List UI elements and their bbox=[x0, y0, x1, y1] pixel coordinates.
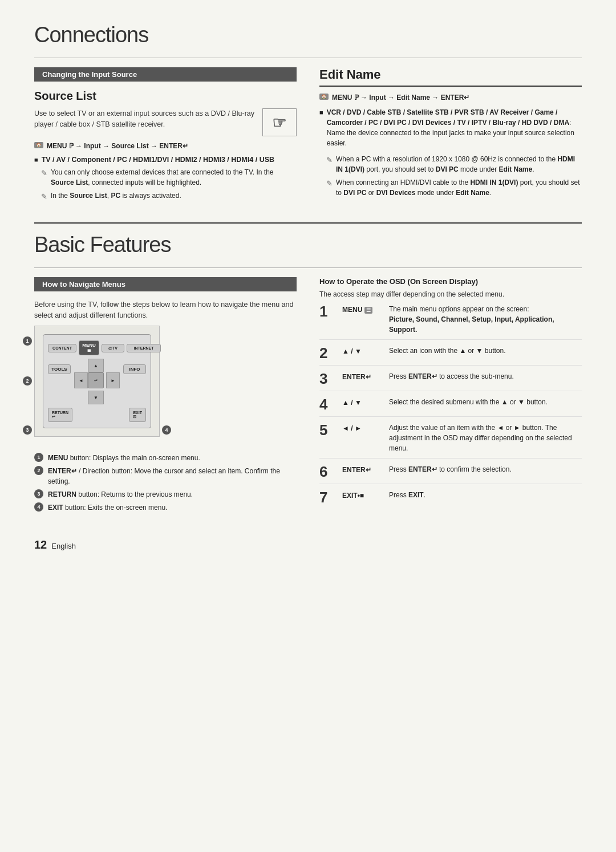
marker-num-2: 2 bbox=[34, 466, 43, 475]
osd-step-5: 5 ◄ / ► Adjust the value of an item with… bbox=[319, 423, 582, 459]
osd-desc-2: Select an icon with the ▲ or ▼ button. bbox=[389, 346, 582, 356]
nav-diagram-area: 1 2 3 4 bbox=[34, 326, 297, 445]
edit-name-menu-path: 🏠 MENU ℙ → Input → Edit Name → ENTER↵ bbox=[319, 94, 582, 102]
source-list-desc: Use to select TV or an external input so… bbox=[34, 108, 257, 131]
marker-4-pos: 4 bbox=[162, 425, 171, 435]
tv-btn: @TV bbox=[102, 344, 124, 352]
osd-num-3: 3 bbox=[319, 371, 335, 386]
marker-item-1: 1 MENU button: Displays the main on-scre… bbox=[34, 453, 297, 463]
marker-1-pos: 1 bbox=[23, 336, 32, 346]
osd-key-5: ◄ / ► bbox=[342, 423, 382, 433]
osd-key-7: EXIT•■ bbox=[342, 490, 382, 501]
marker-circle-1: 1 bbox=[23, 336, 32, 346]
page-lang: English bbox=[51, 542, 76, 550]
edit-name-devices: ■ VCR / DVD / Cable STB / Satellite STB … bbox=[319, 107, 582, 148]
source-input-types: TV / AV / Component / PC / HDMI1/DVI / H… bbox=[34, 156, 297, 164]
dpad-left: ◄ bbox=[74, 372, 88, 388]
dpad-down: ▼ bbox=[88, 391, 104, 404]
content-btn: CONTENT bbox=[48, 344, 76, 352]
osd-step-1: 1 MENU ☰ The main menu options appear on… bbox=[319, 304, 582, 340]
basic-features-section: Basic Features How to Navigate Menus Bef… bbox=[34, 222, 582, 552]
osd-num-1: 1 bbox=[319, 304, 335, 319]
osd-desc-1: The main menu options appear on the scre… bbox=[389, 304, 582, 335]
dpad-center: ↵ bbox=[88, 372, 104, 388]
dpad-right: ► bbox=[106, 372, 120, 388]
source-note-2: ✎ In the Source List, PC is always activ… bbox=[34, 190, 297, 202]
marker-text-4: EXIT button: Exits the on-screen menu. bbox=[48, 502, 167, 513]
osd-desc-4: Select the desired submenu with the ▲ or… bbox=[389, 397, 582, 407]
dpad: ▲ ▼ ◄ ► ↵ bbox=[74, 359, 120, 404]
exit-btn: EXIT⊡ bbox=[129, 408, 146, 422]
marker-item-3: 3 RETURN button: Returns to the previous… bbox=[34, 489, 297, 500]
remote-row-1: CONTENT MENU ☰ @TV INTERNET bbox=[48, 340, 146, 355]
dpad-up: ▲ bbox=[88, 359, 104, 372]
remote-diagram-wrapper: 1 2 3 4 bbox=[34, 326, 160, 445]
source-list-col: Changing the Input Source Source List Us… bbox=[34, 67, 297, 205]
osd-num-6: 6 bbox=[319, 464, 335, 479]
note-icon-edit-2: ✎ bbox=[326, 178, 333, 189]
edit-name-header: Edit Name bbox=[319, 67, 582, 87]
osd-subtitle: The access step may differ depending on … bbox=[319, 290, 582, 298]
footer: 12 English bbox=[34, 527, 582, 551]
osd-key-4: ▲ / ▼ bbox=[342, 397, 382, 408]
marker-circle-4: 4 bbox=[162, 425, 171, 435]
hand-icon: ☞ bbox=[268, 113, 291, 132]
remote-diagram: CONTENT MENU ☰ @TV INTERNET TOOLS ▲ bbox=[34, 326, 160, 437]
marker-num-4: 4 bbox=[34, 502, 43, 512]
info-btn: INFO bbox=[123, 364, 146, 374]
marker-item-4: 4 EXIT button: Exits the on-screen menu. bbox=[34, 502, 297, 513]
edit-name-path-text: MENU ℙ → Input → Edit Name → ENTER↵ bbox=[332, 94, 469, 102]
marker-circle-3: 3 bbox=[23, 425, 32, 435]
marker-text-1: MENU button: Displays the main on-screen… bbox=[48, 453, 200, 463]
osd-key-2: ▲ / ▼ bbox=[342, 346, 382, 356]
marker-num-3: 3 bbox=[34, 489, 43, 498]
osd-steps: 1 MENU ☰ The main menu options appear on… bbox=[319, 304, 582, 509]
osd-step-6: 6 ENTER↵ Press ENTER↵ to confirm the sel… bbox=[319, 464, 582, 484]
page-number: 12 bbox=[34, 538, 47, 551]
edit-name-title: Edit Name bbox=[319, 67, 582, 82]
source-note-text-1: You can only choose external devices tha… bbox=[51, 167, 297, 188]
source-button-diagram: ☞ bbox=[262, 108, 297, 136]
osd-num-5: 5 bbox=[319, 423, 335, 437]
navigate-menus-header: How to Navigate Menus bbox=[34, 277, 297, 291]
menu-icon-source: 🏠 bbox=[34, 142, 43, 148]
return-btn: RETURN↩ bbox=[48, 408, 72, 422]
osd-key-3: ENTER↵ bbox=[342, 371, 382, 382]
osd-step-7: 7 EXIT•■ Press EXIT. bbox=[319, 490, 582, 509]
menu-icon-edit: 🏠 bbox=[319, 94, 329, 100]
osd-desc-6: Press ENTER↵ to confirm the selection. bbox=[389, 464, 582, 474]
osd-desc-7: Press EXIT. bbox=[389, 490, 582, 500]
tools-btn: TOOLS bbox=[48, 364, 71, 374]
source-menu-path: 🏠 MENU ℙ → Input → Source List → ENTER↵ bbox=[34, 142, 297, 150]
remote-inner: CONTENT MENU ☰ @TV INTERNET TOOLS ▲ bbox=[43, 334, 151, 428]
source-path-text: MENU ℙ → Input → Source List → ENTER↵ bbox=[47, 142, 188, 150]
marker-circle-2: 2 bbox=[23, 376, 32, 386]
edit-name-col: Edit Name 🏠 MENU ℙ → Input → Edit Name →… bbox=[319, 67, 582, 205]
osd-title: How to Operate the OSD (On Screen Displa… bbox=[319, 277, 582, 286]
bullet-icon: ■ bbox=[319, 108, 323, 117]
osd-col: How to Operate the OSD (On Screen Displa… bbox=[319, 277, 582, 516]
menu-btn: MENU ☰ bbox=[79, 340, 99, 355]
osd-num-2: 2 bbox=[319, 346, 335, 360]
source-list-title: Source List bbox=[34, 90, 297, 103]
basic-features-columns: How to Navigate Menus Before using the T… bbox=[34, 277, 582, 516]
osd-step-2: 2 ▲ / ▼ Select an icon with the ▲ or ▼ b… bbox=[319, 346, 582, 366]
marker-3-pos: 3 bbox=[23, 425, 32, 435]
osd-key-6: ENTER↵ bbox=[342, 464, 382, 475]
changing-input-header: Changing the Input Source bbox=[34, 67, 297, 82]
osd-step-3: 3 ENTER↵ Press ENTER↵ to access the sub-… bbox=[319, 371, 582, 391]
navigate-menus-col: How to Navigate Menus Before using the T… bbox=[34, 277, 297, 516]
marker-text-3: RETURN button: Returns to the previous m… bbox=[48, 489, 193, 500]
osd-num-7: 7 bbox=[319, 490, 335, 505]
source-note-text-2: In the Source List, PC is always activat… bbox=[51, 190, 181, 201]
marker-item-2: 2 ENTER↵ / Direction button: Move the cu… bbox=[34, 466, 297, 486]
basic-features-title: Basic Features bbox=[34, 233, 582, 257]
note-icon-edit-1: ✎ bbox=[326, 155, 333, 166]
note-icon-2: ✎ bbox=[41, 191, 47, 202]
edit-name-note-text-2: When connecting an HDMI/DVI cable to the… bbox=[336, 177, 582, 198]
edit-name-note-1: ✎ When a PC with a resolution of 1920 x … bbox=[319, 154, 582, 175]
osd-num-4: 4 bbox=[319, 397, 335, 412]
remote-row-2: TOOLS ▲ ▼ ◄ ► ↵ INFO bbox=[48, 359, 146, 404]
source-note-1: ✎ You can only choose external devices t… bbox=[34, 167, 297, 188]
page: Connections Changing the Input Source So… bbox=[0, 0, 616, 574]
